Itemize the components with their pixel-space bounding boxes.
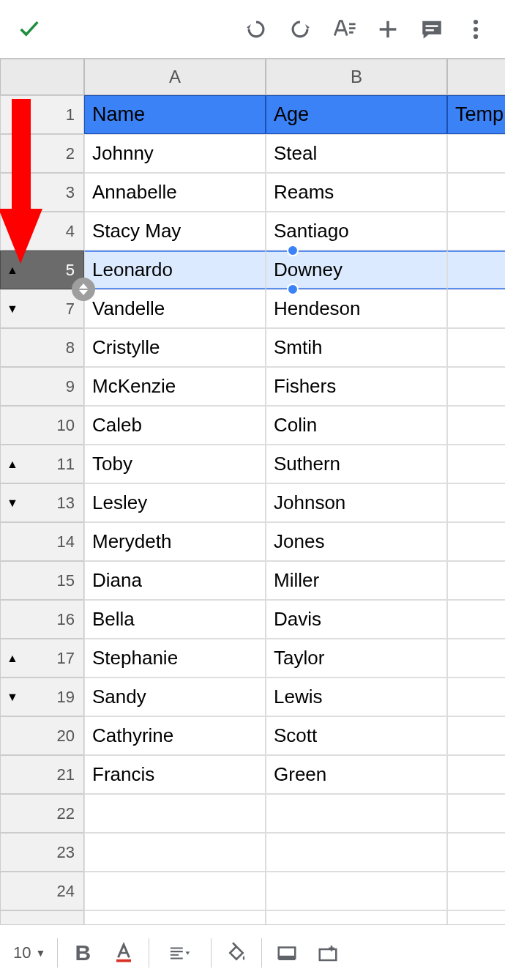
- insert-cell-button[interactable]: [307, 932, 348, 973]
- row-drag-handle-icon[interactable]: [72, 278, 95, 301]
- cell-C[interactable]: [447, 639, 505, 678]
- table-row[interactable]: 14MerydethJones: [0, 522, 505, 561]
- cell-C[interactable]: [447, 328, 505, 367]
- row-header[interactable]: ▼13: [0, 483, 84, 522]
- table-row[interactable]: 8CristylleSmtih: [0, 328, 505, 367]
- column-header-A[interactable]: A: [84, 59, 266, 95]
- comment-button[interactable]: [410, 7, 454, 51]
- cell-C[interactable]: [447, 872, 505, 910]
- select-all-corner[interactable]: [0, 59, 84, 95]
- cell-A[interactable]: [84, 872, 266, 910]
- cell-C[interactable]: [447, 794, 505, 833]
- text-format-button[interactable]: [322, 7, 366, 51]
- more-button[interactable]: [454, 7, 498, 51]
- expand-down-icon[interactable]: ▼: [7, 302, 18, 316]
- cell-A[interactable]: Bella: [84, 600, 266, 639]
- row-header[interactable]: 20: [0, 716, 84, 755]
- collapse-up-icon[interactable]: ▲: [7, 458, 18, 471]
- cell-format-button[interactable]: [266, 932, 307, 973]
- cell-B[interactable]: Colin: [266, 406, 447, 445]
- table-row[interactable]: 20CathyrineScott: [0, 716, 505, 755]
- row-header[interactable]: ▼7: [0, 289, 84, 328]
- cell-A[interactable]: Caleb: [84, 406, 266, 445]
- table-row[interactable]: 16BellaDavis: [0, 600, 505, 639]
- cell-A[interactable]: Vandelle: [84, 289, 266, 328]
- cell-B[interactable]: Age: [266, 95, 447, 134]
- cell-C[interactable]: [447, 250, 505, 289]
- cell-C[interactable]: [447, 678, 505, 716]
- cell-C[interactable]: Temp: [447, 95, 505, 134]
- cell-C[interactable]: [447, 483, 505, 522]
- cell-B[interactable]: Green: [266, 755, 447, 794]
- row-header[interactable]: 3: [0, 173, 84, 212]
- cell-A[interactable]: Name: [84, 95, 266, 134]
- row-header[interactable]: 23: [0, 833, 84, 872]
- cell-A[interactable]: Francis: [84, 755, 266, 794]
- cell-C[interactable]: [447, 716, 505, 755]
- table-row[interactable]: 21FrancisGreen: [0, 755, 505, 794]
- fill-color-button[interactable]: [216, 932, 257, 973]
- row-header[interactable]: 15: [0, 561, 84, 600]
- cell-A[interactable]: Cathyrine: [84, 716, 266, 755]
- cell-A[interactable]: Stacy May: [84, 212, 266, 250]
- collapse-up-icon[interactable]: ▲: [7, 652, 18, 665]
- cell-B[interactable]: [266, 794, 447, 833]
- cell-B[interactable]: Steal: [266, 134, 447, 173]
- cell-A[interactable]: [84, 833, 266, 872]
- selection-handle-bottom-icon[interactable]: [287, 283, 299, 295]
- cell-B[interactable]: [266, 872, 447, 910]
- row-header[interactable]: 8: [0, 328, 84, 367]
- row-header[interactable]: 2: [0, 134, 84, 173]
- row-header[interactable]: 16: [0, 600, 84, 639]
- table-row[interactable]: 23: [0, 833, 505, 872]
- cell-B[interactable]: Jones: [266, 522, 447, 561]
- expand-down-icon[interactable]: ▼: [7, 497, 18, 510]
- column-header-C[interactable]: [447, 59, 505, 95]
- table-row[interactable]: 9McKenzieFishers: [0, 367, 505, 406]
- cell-B[interactable]: Suthern: [266, 445, 447, 483]
- table-row[interactable]: ▲11TobySuthern: [0, 445, 505, 483]
- row-header[interactable]: ▲17: [0, 639, 84, 678]
- cell-C[interactable]: [447, 561, 505, 600]
- table-row[interactable]: 24: [0, 872, 505, 910]
- cell-B[interactable]: Davis: [266, 600, 447, 639]
- table-row[interactable]: 22: [0, 794, 505, 833]
- cell-C[interactable]: [447, 833, 505, 872]
- cell-B[interactable]: Taylor: [266, 639, 447, 678]
- spreadsheet-grid[interactable]: A B 1NameAgeTemp2JohnnySteal3AnnabelleRe…: [0, 59, 505, 949]
- cell-B[interactable]: Lewis: [266, 678, 447, 716]
- cell-A[interactable]: Merydeth: [84, 522, 266, 561]
- collapse-up-icon[interactable]: ▲: [7, 264, 18, 277]
- cell-A[interactable]: Diana: [84, 561, 266, 600]
- align-button[interactable]: [154, 932, 206, 973]
- cell-C[interactable]: [447, 367, 505, 406]
- table-row[interactable]: ▲17StephanieTaylor: [0, 639, 505, 678]
- table-row[interactable]: 4Stacy MaySantiago: [0, 212, 505, 250]
- table-row[interactable]: ▼13LesleyJohnson: [0, 483, 505, 522]
- row-header[interactable]: 1: [0, 95, 84, 134]
- row-header[interactable]: 10: [0, 406, 84, 445]
- row-header[interactable]: 24: [0, 872, 84, 910]
- selection-handle-top-icon[interactable]: [287, 245, 299, 256]
- cell-C[interactable]: [447, 522, 505, 561]
- row-header[interactable]: 4: [0, 212, 84, 250]
- cell-B[interactable]: Scott: [266, 716, 447, 755]
- cell-C[interactable]: [447, 289, 505, 328]
- table-row[interactable]: ▼19SandyLewis: [0, 678, 505, 716]
- cell-B[interactable]: Johnson: [266, 483, 447, 522]
- cell-B[interactable]: Miller: [266, 561, 447, 600]
- row-header[interactable]: ▲11: [0, 445, 84, 483]
- row-header[interactable]: 21: [0, 755, 84, 794]
- cell-A[interactable]: Cristylle: [84, 328, 266, 367]
- cell-B[interactable]: Reams: [266, 173, 447, 212]
- row-header[interactable]: 14: [0, 522, 84, 561]
- cell-C[interactable]: [447, 212, 505, 250]
- cell-A[interactable]: Toby: [84, 445, 266, 483]
- redo-button[interactable]: [278, 7, 322, 51]
- expand-down-icon[interactable]: ▼: [7, 691, 18, 704]
- column-header-B[interactable]: B: [266, 59, 447, 95]
- row-header[interactable]: ▲5: [0, 250, 84, 289]
- cell-C[interactable]: [447, 406, 505, 445]
- row-header[interactable]: ▼19: [0, 678, 84, 716]
- font-size-selector[interactable]: 10 ▼: [6, 935, 53, 971]
